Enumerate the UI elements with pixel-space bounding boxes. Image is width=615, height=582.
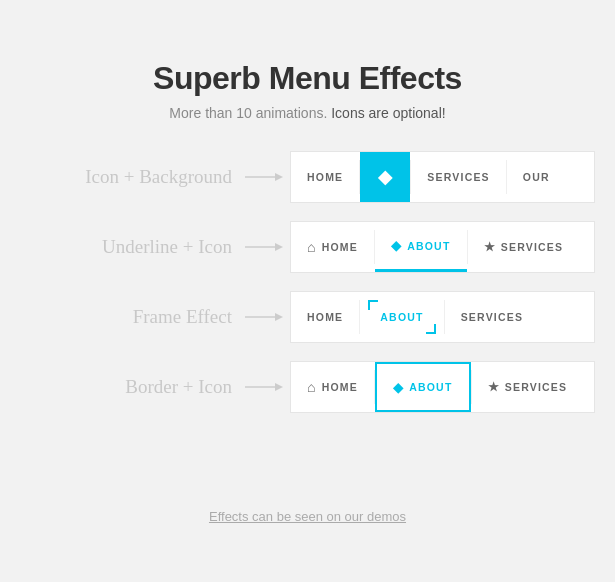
nav-item[interactable]: ⌂ HOME (291, 362, 374, 412)
nav-item[interactable]: SERVICES (445, 292, 540, 342)
header-section: Superb Menu Effects More than 10 animati… (153, 60, 462, 121)
nav-bar-4: ⌂ HOME ◆ ABOUT ★ SERVICES (290, 361, 595, 413)
effect-label-4: Border + Icon (20, 376, 240, 398)
effect-row-1: Icon + Background HOME ◆ SERVICES (20, 151, 595, 203)
nav-item-active[interactable]: ABOUT (360, 292, 443, 342)
preview-4: ⌂ HOME ◆ ABOUT ★ SERVICES (290, 361, 595, 413)
label-text-1: Icon + Background (85, 166, 232, 187)
effect-row-4: Border + Icon ⌂ HOME ◆ ABOUT (20, 361, 595, 413)
footer-section: Effects can be seen on our demos (209, 423, 406, 582)
diamond-icon: ◆ (378, 166, 393, 188)
nav-text: HOME (322, 381, 358, 393)
arrow-2 (240, 240, 290, 254)
nav-item[interactable]: ★ SERVICES (472, 362, 584, 412)
arrow-1 (240, 170, 290, 184)
preview-2: ⌂ HOME ◆ ABOUT ★ SERVICES (290, 221, 595, 273)
arrow-icon-4 (245, 380, 285, 394)
nav-item[interactable]: ⌂ HOME (291, 222, 374, 272)
nav-item-active[interactable]: ◆ (360, 152, 410, 202)
demos-link[interactable]: Effects can be seen on our demos (209, 509, 406, 524)
preview-3: HOME ABOUT SERVICES (290, 291, 595, 343)
nav-text: SERVICES (461, 311, 524, 323)
diamond-icon: ◆ (391, 238, 402, 253)
effect-row-2: Underline + Icon ⌂ HOME ◆ ABOUT (20, 221, 595, 273)
nav-text: HOME (307, 311, 343, 323)
label-text-2: Underline + Icon (102, 236, 232, 257)
nav-text: SERVICES (501, 241, 564, 253)
nav-text: ABOUT (407, 240, 450, 252)
nav-item-active[interactable]: ◆ ABOUT (375, 222, 467, 272)
nav-item[interactable]: HOME (291, 292, 359, 342)
svg-marker-7 (275, 383, 283, 391)
nav-item[interactable]: OUR (507, 152, 566, 202)
star-icon: ★ (488, 380, 500, 394)
nav-bar-1: HOME ◆ SERVICES OUR (290, 151, 595, 203)
nav-text: ABOUT (409, 381, 452, 393)
effect-label-3: Frame Effect (20, 306, 240, 328)
arrow-icon-1 (245, 170, 285, 184)
label-text-3: Frame Effect (133, 306, 232, 327)
home-icon: ⌂ (307, 239, 317, 255)
diamond-icon: ◆ (393, 380, 404, 395)
arrow-4 (240, 380, 290, 394)
svg-marker-5 (275, 313, 283, 321)
subtitle-plain: More than 10 animations. (169, 105, 331, 121)
nav-text: HOME (307, 171, 343, 183)
svg-marker-1 (275, 173, 283, 181)
subtitle-emphasis: Icons are optional! (331, 105, 445, 121)
nav-item[interactable]: ★ SERVICES (468, 222, 580, 272)
page-title: Superb Menu Effects (153, 60, 462, 97)
nav-item-active[interactable]: ◆ ABOUT (375, 362, 471, 412)
nav-text: OUR (523, 171, 550, 183)
nav-item[interactable]: HOME (291, 152, 359, 202)
effect-label-2: Underline + Icon (20, 236, 240, 258)
svg-marker-3 (275, 243, 283, 251)
nav-bar-3: HOME ABOUT SERVICES (290, 291, 595, 343)
nav-item[interactable]: SERVICES (411, 152, 506, 202)
effects-list: Icon + Background HOME ◆ SERVICES (0, 151, 615, 423)
arrow-icon-3 (245, 310, 285, 324)
nav-bar-2: ⌂ HOME ◆ ABOUT ★ SERVICES (290, 221, 595, 273)
frame-corner-tl (368, 300, 378, 310)
nav-text: HOME (322, 241, 358, 253)
arrow-3 (240, 310, 290, 324)
effect-row-3: Frame Effect HOME ABOUT SE (20, 291, 595, 343)
home-icon: ⌂ (307, 379, 317, 395)
arrow-icon-2 (245, 240, 285, 254)
nav-text: SERVICES (427, 171, 490, 183)
nav-text: SERVICES (505, 381, 568, 393)
star-icon: ★ (484, 240, 496, 254)
nav-text: ABOUT (380, 311, 423, 323)
effect-label-1: Icon + Background (20, 166, 240, 188)
preview-1: HOME ◆ SERVICES OUR (290, 151, 595, 203)
label-text-4: Border + Icon (125, 376, 232, 397)
frame-corner-br (426, 324, 436, 334)
subtitle: More than 10 animations. Icons are optio… (153, 105, 462, 121)
